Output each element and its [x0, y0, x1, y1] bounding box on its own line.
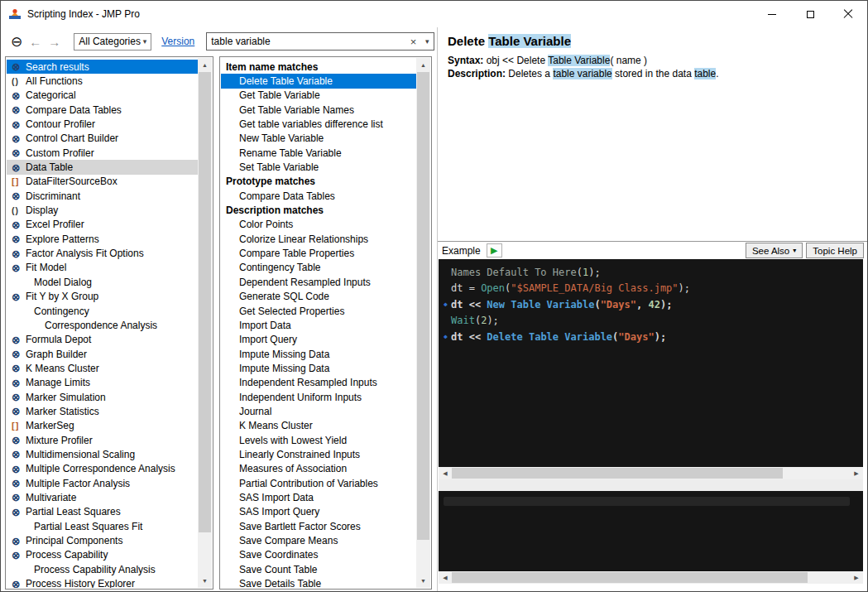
- category-item[interactable]: ⊗Process Capability: [7, 548, 198, 562]
- scroll-left-button[interactable]: ◀: [439, 467, 452, 479]
- category-item[interactable]: ⊗Multidimensional Scaling: [7, 447, 198, 461]
- category-item[interactable]: ()Display: [7, 203, 198, 217]
- match-item[interactable]: SAS Import Data: [221, 490, 416, 504]
- category-item[interactable]: ⊗Graph Builder: [7, 347, 198, 361]
- match-item[interactable]: Save Bartlett Factor Scores: [221, 519, 416, 533]
- category-item[interactable]: ⊗Custom Profiler: [7, 146, 198, 160]
- match-item[interactable]: Import Data: [221, 318, 416, 332]
- scrollbar-thumb[interactable]: [452, 572, 808, 583]
- category-item[interactable]: []MarkerSeg: [7, 419, 198, 433]
- category-item[interactable]: Contingency: [7, 304, 198, 318]
- category-item[interactable]: ⊗Multivariate: [7, 490, 198, 504]
- category-item[interactable]: ⊗Multiple Factor Analysis: [7, 476, 198, 490]
- match-item[interactable]: Impute Missing Data: [221, 361, 416, 375]
- code-editor[interactable]: Names Default To Here(1);dt = Open("$SAM…: [439, 259, 863, 467]
- collapse-button[interactable]: ⊖: [7, 33, 26, 51]
- scroll-right-button[interactable]: ▶: [850, 467, 863, 479]
- category-item[interactable]: ⊗Partial Least Squares: [7, 505, 198, 519]
- match-item[interactable]: Delete Table Variable: [221, 74, 416, 88]
- category-item[interactable]: ⊗Marker Simulation: [7, 390, 198, 404]
- scroll-up-button[interactable]: ▲: [198, 58, 212, 72]
- maximize-button[interactable]: [791, 1, 829, 27]
- category-item[interactable]: ⊗Categorical: [7, 89, 198, 103]
- match-item[interactable]: K Means Cluster: [221, 419, 416, 433]
- back-button[interactable]: ←: [26, 34, 45, 50]
- scroll-left-button[interactable]: ◀: [439, 571, 452, 584]
- match-item[interactable]: Independent Resampled Inputs: [221, 376, 416, 390]
- match-item[interactable]: Save Coordinates: [221, 548, 416, 562]
- match-item[interactable]: Get Selected Properties: [221, 304, 416, 318]
- pane-splitter[interactable]: [439, 479, 863, 491]
- match-item[interactable]: Linearly Constrained Inputs: [221, 447, 416, 461]
- match-item[interactable]: Generate SQL Code: [221, 290, 416, 304]
- clear-search-icon[interactable]: ×: [406, 36, 421, 47]
- category-item[interactable]: ⊗Explore Patterns: [7, 232, 198, 246]
- close-button[interactable]: [829, 1, 867, 27]
- match-item[interactable]: Get Table Variable Names: [221, 103, 416, 117]
- category-item[interactable]: ⊗Contour Profiler: [7, 117, 198, 131]
- category-item[interactable]: Partial Least Squares Fit: [7, 519, 198, 533]
- search-history-dropdown-icon[interactable]: ▾: [420, 37, 434, 46]
- category-item[interactable]: Model Dialog: [7, 275, 198, 289]
- category-item[interactable]: ⊗Control Chart Builder: [7, 132, 198, 146]
- scroll-down-button[interactable]: ▼: [198, 574, 212, 588]
- version-link[interactable]: Version: [161, 36, 194, 47]
- match-item[interactable]: Levels with Lowest Yield: [221, 433, 416, 447]
- match-item[interactable]: Import Query: [221, 333, 416, 347]
- forward-button[interactable]: →: [45, 34, 64, 50]
- match-item[interactable]: Journal: [221, 404, 416, 418]
- category-item[interactable]: ⊗Process History Explorer: [7, 576, 198, 588]
- topic-help-button[interactable]: Topic Help: [806, 243, 864, 258]
- match-item[interactable]: Color Points: [221, 218, 416, 232]
- category-item[interactable]: ⊗Discriminant: [7, 189, 198, 203]
- match-item[interactable]: Impute Missing Data: [221, 347, 416, 361]
- match-item[interactable]: Compare Table Properties: [221, 246, 416, 260]
- category-item[interactable]: []DataFilterSourceBox: [7, 175, 198, 189]
- scroll-right-button[interactable]: ▶: [850, 571, 863, 584]
- match-item[interactable]: New Table Variable: [221, 132, 416, 146]
- category-scrollbar[interactable]: ▲ ▼: [198, 58, 212, 588]
- match-item[interactable]: Save Count Table: [221, 562, 416, 576]
- category-item[interactable]: ⊗Factor Analysis Fit Options: [7, 246, 198, 260]
- category-item[interactable]: ⊗Principal Components: [7, 533, 198, 547]
- category-item[interactable]: Correspondence Analysis: [7, 318, 198, 332]
- match-item[interactable]: Colorize Linear Relationships: [221, 232, 416, 246]
- minimize-button[interactable]: [753, 1, 791, 27]
- category-item[interactable]: ⊗Multiple Correspondence Analysis: [7, 462, 198, 476]
- log-area[interactable]: [439, 491, 863, 571]
- category-item[interactable]: ⊗Marker Statistics: [7, 404, 198, 418]
- match-item[interactable]: Independent Uniform Inputs: [221, 390, 416, 404]
- match-item[interactable]: Save Compare Means: [221, 533, 416, 547]
- category-item[interactable]: ⊗Fit Y by X Group: [7, 290, 198, 304]
- scrollbar-thumb[interactable]: [199, 72, 211, 532]
- match-item[interactable]: Get table variables difference list: [221, 117, 416, 131]
- match-item[interactable]: Save Details Table: [221, 576, 416, 588]
- category-filter-dropdown[interactable]: All Categories ▾: [74, 33, 151, 51]
- run-example-button[interactable]: ▶: [487, 243, 502, 257]
- match-item[interactable]: Dependent Resampled Inputs: [221, 275, 416, 289]
- scroll-down-button[interactable]: ▼: [416, 574, 430, 588]
- match-item[interactable]: Compare Data Tables: [221, 189, 416, 203]
- category-item[interactable]: ⊗K Means Cluster: [7, 361, 198, 375]
- log-h-scrollbar[interactable]: ◀ ▶: [439, 571, 863, 584]
- search-input[interactable]: [207, 34, 405, 49]
- category-item[interactable]: ⊗Formula Depot: [7, 333, 198, 347]
- category-item[interactable]: ⊗Compare Data Tables: [7, 103, 198, 117]
- match-item[interactable]: Contingency Table: [221, 261, 416, 275]
- match-item[interactable]: Partial Contribution of Variables: [221, 476, 416, 490]
- scrollbar-thumb[interactable]: [452, 468, 783, 479]
- category-item[interactable]: ⊗Mixture Profiler: [7, 433, 198, 447]
- category-item[interactable]: ()All Functions: [7, 74, 198, 88]
- scroll-up-button[interactable]: ▲: [416, 58, 430, 72]
- scrollbar-thumb[interactable]: [417, 72, 429, 540]
- match-scrollbar[interactable]: ▲ ▼: [416, 58, 430, 588]
- match-item[interactable]: Rename Table Variable: [221, 146, 416, 160]
- category-item[interactable]: ⊗Manage Limits: [7, 376, 198, 390]
- match-item[interactable]: Set Table Variable: [221, 160, 416, 174]
- category-item[interactable]: ⊗Search results: [7, 60, 198, 74]
- code-h-scrollbar[interactable]: ◀ ▶: [439, 467, 863, 479]
- category-item[interactable]: ⊗Excel Profiler: [7, 218, 198, 232]
- category-item[interactable]: Process Capability Analysis: [7, 562, 198, 576]
- see-also-button[interactable]: See Also▾: [746, 243, 803, 258]
- match-item[interactable]: SAS Import Query: [221, 505, 416, 519]
